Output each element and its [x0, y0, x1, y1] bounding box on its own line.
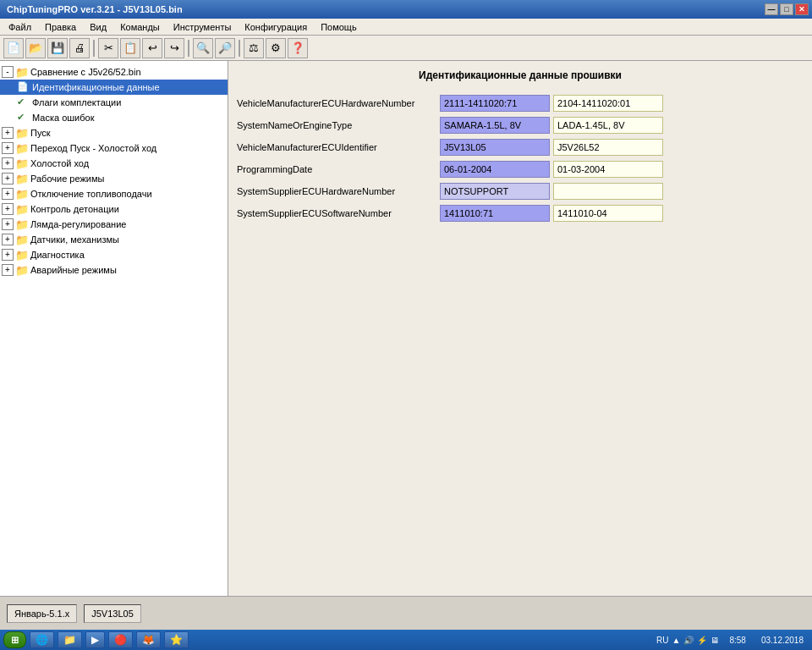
tree-expand-10[interactable]: +	[2, 234, 14, 245]
tray-icon-up: ▲	[672, 636, 681, 645]
check-icon-mask: ✔	[17, 112, 30, 124]
taskbar-ie[interactable]: 🌐	[30, 631, 54, 648]
help-button[interactable]: ❓	[288, 38, 308, 58]
tree-expand-12[interactable]: +	[2, 264, 14, 276]
settings-button[interactable]: ⚙	[266, 38, 286, 58]
value2-4[interactable]	[553, 183, 663, 200]
menu-commands[interactable]: Команды	[113, 20, 167, 34]
open-button[interactable]: 📂	[25, 38, 46, 58]
maximize-button[interactable]: □	[780, 3, 793, 15]
value2-2[interactable]	[553, 139, 663, 156]
folder-icon-4: 📁	[15, 142, 29, 154]
label-3: ProgrammingDate	[237, 164, 440, 174]
tree-expand-4[interactable]: +	[2, 142, 14, 154]
tree-item-transit[interactable]: + 📁 Переход Пуск - Холостой ход	[0, 140, 228, 156]
value1-1[interactable]	[440, 117, 550, 134]
data-row-5: SystemSupplierECUSoftwareNumber	[237, 205, 804, 222]
tree-expand-3[interactable]: +	[2, 127, 14, 139]
cut-button[interactable]: ✂	[98, 38, 118, 58]
value1-0[interactable]	[440, 95, 550, 112]
copy-button[interactable]: 📋	[120, 38, 140, 58]
menu-tools[interactable]: Инструменты	[167, 20, 239, 34]
data-row-3: ProgrammingDate	[237, 161, 804, 178]
data-row-0: VehicleManufacturerECUHardwareNumber	[237, 95, 804, 112]
save-button[interactable]: 💾	[47, 38, 68, 58]
redo-button[interactable]: ↪	[164, 38, 184, 58]
data-table: VehicleManufacturerECUHardwareNumber Sys…	[237, 95, 804, 222]
tree-root[interactable]: - 📁 Сравнение с J5v26/52.bin	[0, 64, 228, 80]
firefox-icon: 🦊	[142, 634, 155, 646]
tree-expand-5[interactable]: +	[2, 157, 14, 169]
taskbar-opera[interactable]: 🔴	[108, 631, 133, 648]
toolbar: 📄 📂 💾 🖨 ✂ 📋 ↩ ↪ 🔍 🔎 ⚖ ⚙ ❓	[0, 36, 812, 61]
value2-3[interactable]	[553, 161, 663, 178]
folder-icon-3: 📁	[15, 127, 29, 139]
value2-5[interactable]	[553, 205, 663, 222]
taskbar-chip[interactable]: ⭐	[164, 631, 189, 648]
label-1: SystemNameOrEngineType	[237, 120, 440, 130]
tree-expand-6[interactable]: +	[2, 173, 14, 185]
tree-item-ident[interactable]: 📄 Идентификационные данные	[0, 80, 228, 95]
tree-expand-root[interactable]: -	[2, 66, 14, 78]
status-item-1: J5V13L05	[84, 604, 141, 623]
tree-item-flags[interactable]: ✔ Флаги комплектации	[0, 95, 228, 110]
tree-item-lambda[interactable]: + 📁 Лямда-регулирование	[0, 217, 228, 232]
title-bar: ChipTuningPRO ver.3.21 - J5V13L05.bin — …	[0, 0, 812, 19]
folder-icon-10: 📁	[15, 234, 29, 245]
tree-item-label-6: Рабочие режимы	[30, 174, 104, 184]
clock-date: 03.12.2018	[756, 636, 809, 645]
taskbar-firefox[interactable]: 🦊	[136, 631, 161, 648]
menu-view[interactable]: Вид	[83, 20, 113, 34]
data-row-2: VehicleManufacturerECUIdentifier	[237, 139, 804, 156]
tree-item-mask[interactable]: ✔ Маска ошибок	[0, 110, 228, 125]
tree-item-work[interactable]: + 📁 Рабочие режимы	[0, 171, 228, 186]
compare-button[interactable]: ⚖	[244, 38, 264, 58]
tree-item-diag[interactable]: + 📁 Диагностика	[0, 247, 228, 262]
tree-item-knock[interactable]: + 📁 Контроль детонации	[0, 201, 228, 217]
search-button[interactable]: 🔍	[193, 38, 213, 58]
tree-item-fuel[interactable]: + 📁 Отключение топливоподачи	[0, 186, 228, 201]
start-button[interactable]: ⊞	[3, 631, 26, 648]
tree-expand-8[interactable]: +	[2, 203, 14, 215]
value1-2[interactable]	[440, 139, 550, 156]
value2-1[interactable]	[553, 117, 663, 134]
print-button[interactable]: 🖨	[69, 38, 90, 58]
new-button[interactable]: 📄	[3, 38, 24, 58]
menu-config[interactable]: Конфигурация	[238, 20, 314, 34]
folder-icon-6: 📁	[15, 173, 29, 185]
main-area: - 📁 Сравнение с J5v26/52.bin 📄 Идентифик…	[0, 61, 812, 596]
tree-item-emergency[interactable]: + 📁 Аварийные режимы	[0, 262, 228, 278]
menu-edit[interactable]: Правка	[38, 20, 83, 34]
label-0: VehicleManufacturerECUHardwareNumber	[237, 98, 440, 108]
tree-expand-7[interactable]: +	[2, 188, 14, 200]
explorer-icon: 📁	[63, 634, 76, 646]
tree-item-label-4: Переход Пуск - Холостой ход	[30, 143, 156, 153]
tree-expand-11[interactable]: +	[2, 249, 14, 261]
value2-0[interactable]	[553, 95, 663, 112]
tree-item-label-11: Диагностика	[30, 250, 85, 260]
menu-file[interactable]: Файл	[2, 20, 38, 34]
zoom-button[interactable]: 🔎	[215, 38, 235, 58]
taskbar-explorer[interactable]: 📁	[58, 631, 82, 648]
value1-4[interactable]	[440, 183, 550, 200]
tree-item-idle[interactable]: + 📁 Холостой ход	[0, 156, 228, 171]
menu-help[interactable]: Помощь	[314, 20, 364, 34]
tree-panel: - 📁 Сравнение с J5v26/52.bin 📄 Идентифик…	[0, 61, 228, 596]
clock-time: 8:58	[724, 636, 750, 645]
tree-item-start[interactable]: + 📁 Пуск	[0, 125, 228, 140]
window-title: ChipTuningPRO ver.3.21 - J5V13L05.bin	[3, 4, 183, 14]
taskbar-media[interactable]: ▶	[85, 631, 105, 648]
status-bar: Январь-5.1.x J5V13L05	[0, 596, 812, 630]
label-5: SystemSupplierECUSoftwareNumber	[237, 208, 440, 218]
undo-button[interactable]: ↩	[142, 38, 162, 58]
tree-item-label-12: Аварийные режимы	[30, 265, 117, 275]
value1-5[interactable]	[440, 205, 550, 222]
minimize-button[interactable]: —	[765, 3, 778, 15]
close-button[interactable]: ✕	[795, 3, 809, 15]
value1-3[interactable]	[440, 161, 550, 178]
tree-item-sensors[interactable]: + 📁 Датчики, механизмы	[0, 232, 228, 247]
tray-audio-icon: 🔊	[683, 636, 694, 645]
ie-icon: 🌐	[36, 634, 48, 646]
tree-item-label-0: Идентификационные данные	[32, 82, 160, 92]
tree-expand-9[interactable]: +	[2, 218, 14, 230]
